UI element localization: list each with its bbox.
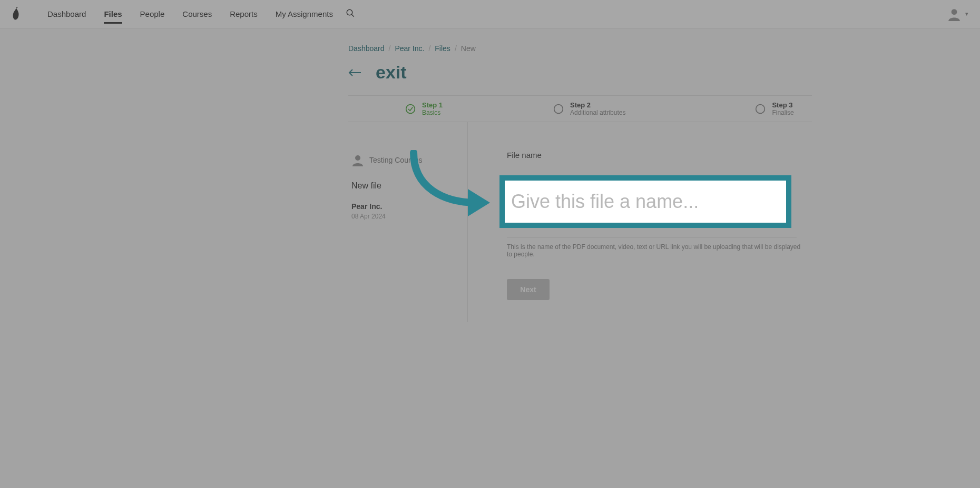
step-3[interactable]: Step 3 Finalise: [755, 96, 793, 122]
created-date: 08 Apr 2024: [351, 213, 464, 220]
nav-dashboard[interactable]: Dashboard: [47, 1, 86, 27]
page-title: exit: [376, 62, 407, 83]
breadcrumb-dashboard[interactable]: Dashboard: [348, 44, 385, 53]
nav-my-assignments[interactable]: My Assignments: [276, 1, 333, 27]
file-name-input[interactable]: [505, 181, 786, 223]
svg-point-6: [756, 104, 765, 113]
breadcrumb-sep: /: [455, 44, 457, 53]
brand-logo-icon: [12, 7, 21, 22]
top-nav: Dashboard Files People Courses Reports M…: [0, 0, 980, 28]
file-name-label: File name: [507, 151, 812, 160]
breadcrumb-sep: /: [389, 44, 391, 53]
file-title: New file: [351, 181, 464, 191]
body-split: Testing Courses New file Pear Inc. 08 Ap…: [348, 122, 812, 322]
step-subtitle: Basics: [422, 109, 443, 116]
search-button[interactable]: [346, 8, 355, 20]
back-button[interactable]: [348, 66, 362, 79]
step-1[interactable]: Step 1 Basics: [405, 96, 443, 122]
step-subtitle: Additional attributes: [570, 109, 625, 116]
circle-icon: [553, 104, 564, 114]
nav-items: Dashboard Files People Courses Reports M…: [47, 1, 333, 27]
stepper: Step 1 Basics Step 2 Additional attribut…: [348, 95, 812, 122]
helper-text: This is the name of the PDF document, vi…: [507, 243, 802, 258]
chevron-down-icon: ▾: [965, 11, 968, 17]
svg-point-5: [554, 104, 563, 113]
avatar-icon: [947, 7, 961, 21]
user-menu[interactable]: ▾: [947, 7, 968, 21]
breadcrumb-files[interactable]: Files: [435, 44, 450, 53]
svg-point-4: [406, 104, 415, 113]
title-row: exit: [348, 62, 812, 83]
step-title: Step 2: [570, 101, 625, 109]
nav-people[interactable]: People: [140, 1, 165, 27]
search-icon: [346, 8, 355, 18]
avatar-icon: [351, 154, 364, 166]
summary-pane: Testing Courses New file Pear Inc. 08 Ap…: [348, 122, 468, 322]
breadcrumb: Dashboard / Pear Inc. / Files / New: [348, 44, 812, 53]
svg-point-2: [952, 9, 957, 15]
file-name-highlight: [499, 175, 791, 228]
divider: [507, 237, 797, 238]
svg-line-1: [351, 14, 354, 17]
step-2[interactable]: Step 2 Additional attributes: [553, 96, 625, 122]
arrow-left-icon: [348, 69, 362, 76]
next-button[interactable]: Next: [507, 279, 550, 300]
breadcrumb-sep: /: [428, 44, 430, 53]
breadcrumb-company[interactable]: Pear Inc.: [395, 44, 424, 53]
company-name: Pear Inc.: [351, 202, 464, 211]
step-title: Step 3: [772, 101, 793, 109]
author-row: Testing Courses: [351, 154, 464, 166]
step-title: Step 1: [422, 101, 443, 109]
author-name: Testing Courses: [369, 156, 422, 164]
nav-files[interactable]: Files: [104, 1, 122, 27]
svg-point-7: [355, 155, 360, 161]
main-content: Dashboard / Pear Inc. / Files / New exit…: [168, 28, 812, 322]
nav-reports[interactable]: Reports: [230, 1, 258, 27]
svg-point-0: [347, 9, 352, 15]
step-subtitle: Finalise: [772, 109, 793, 116]
check-circle-icon: [405, 104, 416, 114]
circle-icon: [755, 104, 766, 114]
form-pane: File name This is the name of the PDF do…: [468, 122, 812, 322]
nav-courses[interactable]: Courses: [182, 1, 212, 27]
breadcrumb-current: New: [461, 44, 476, 53]
